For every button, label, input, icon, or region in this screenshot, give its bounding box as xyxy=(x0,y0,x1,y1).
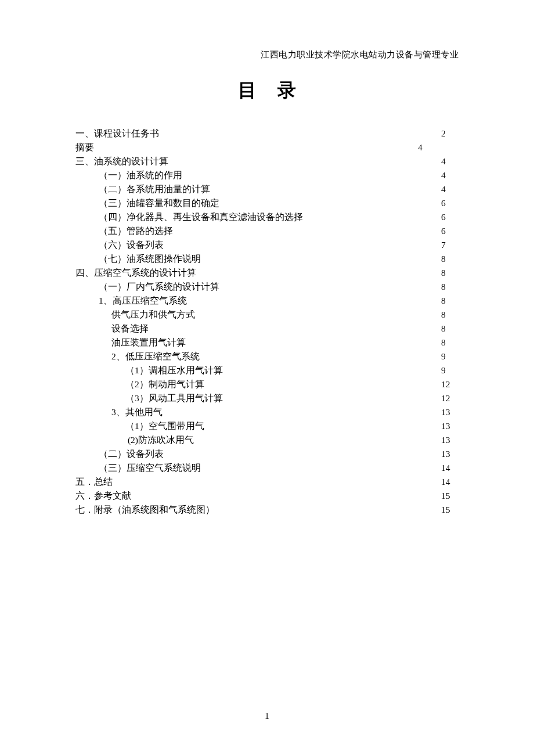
institution-header: 江西电力职业技术学院水电站动力设备与管理专业 xyxy=(75,49,459,60)
toc-entry-label: （一）厂内气系统的设计计算 xyxy=(75,280,219,294)
toc-entry: （1）空气围带用气13 xyxy=(75,419,459,433)
toc-entry: 1、高压压缩空气系统8 xyxy=(75,294,459,308)
toc-entry: 三、油系统的设计计算4 xyxy=(75,154,459,168)
toc-entry-label: 2、低压压缩空气系统 xyxy=(75,350,200,363)
toc-entry-page: 13 xyxy=(441,419,459,433)
toc-entry: (2)防冻吹冰用气13 xyxy=(75,433,459,447)
toc-entry-label: （七）油系统图操作说明 xyxy=(75,252,201,266)
toc-entry-page: 8 xyxy=(441,280,459,294)
table-of-contents: 一、课程设计任务书2摘要4三、油系统的设计计算4（一）油系统的作用4（二）各系统… xyxy=(75,127,459,517)
toc-entry-page: 13 xyxy=(441,447,459,461)
toc-entry-page: 8 xyxy=(441,266,459,280)
toc-entry-page: 8 xyxy=(441,294,459,308)
toc-entry-page: 4 xyxy=(418,141,435,154)
toc-entry: 六．参考文献15 xyxy=(75,489,459,503)
page-number: 1 xyxy=(0,711,534,721)
title-char: 目 xyxy=(238,78,257,103)
toc-entry-page: 4 xyxy=(441,168,459,182)
toc-entry: 五．总结14 xyxy=(75,475,459,489)
toc-entry-page: 9 xyxy=(441,350,459,363)
toc-entry: （一）厂内气系统的设计计算8 xyxy=(75,280,459,294)
toc-entry-page: 12 xyxy=(441,391,459,405)
toc-entry-page: 8 xyxy=(441,308,459,322)
toc-entry-label: （三）油罐容量和数目的确定 xyxy=(75,196,219,210)
toc-entry: （1）调相压水用气计算9 xyxy=(75,363,459,377)
toc-entry-label: 供气压力和供气方式 xyxy=(75,308,195,322)
toc-entry-label: （五）管路的选择 xyxy=(75,224,173,238)
toc-entry: （七）油系统图操作说明8 xyxy=(75,252,459,266)
toc-entry: （3）风动工具用气计算12 xyxy=(75,391,459,405)
toc-entry-page: 8 xyxy=(441,322,459,336)
toc-entry: 一、课程设计任务书2 xyxy=(75,127,459,141)
toc-entry-page: 13 xyxy=(441,433,459,447)
toc-entry-label: （3）风动工具用气计算 xyxy=(75,391,223,405)
toc-entry-page: 7 xyxy=(441,238,459,252)
toc-entry-label: 1、高压压缩空气系统 xyxy=(75,294,187,308)
toc-entry-page: 8 xyxy=(441,252,459,266)
toc-entry: （三）压缩空气系统说明14 xyxy=(75,461,459,475)
toc-entry-label: （1）空气围带用气 xyxy=(75,419,204,433)
toc-entry-page: 14 xyxy=(441,461,459,475)
toc-entry: （二）设备列表13 xyxy=(75,447,459,461)
toc-entry-label: 油压装置用气计算 xyxy=(75,336,186,350)
toc-entry: （三）油罐容量和数目的确定6 xyxy=(75,196,459,210)
toc-entry-label: 三、油系统的设计计算 xyxy=(75,154,168,168)
toc-entry-label: （六）设备列表 xyxy=(75,238,164,252)
toc-entry-page: 6 xyxy=(441,224,459,238)
toc-entry: （四）净化器具、再生设备和真空滤油设备的选择6 xyxy=(75,210,459,224)
toc-entry: （一）油系统的作用4 xyxy=(75,168,459,182)
toc-entry-label: (2)防冻吹冰用气 xyxy=(75,433,194,447)
toc-entry-label: 四、压缩空气系统的设计计算 xyxy=(75,266,196,280)
toc-entry: 2、低压压缩空气系统9 xyxy=(75,350,459,363)
toc-entry-label: 3、其他用气 xyxy=(75,405,163,419)
toc-entry: 供气压力和供气方式8 xyxy=(75,308,459,322)
toc-entry-page: 14 xyxy=(441,475,459,489)
toc-entry-page: 4 xyxy=(441,154,459,168)
toc-entry-page: 9 xyxy=(441,363,459,377)
toc-entry-page: 2 xyxy=(441,127,459,141)
toc-entry: （五）管路的选择6 xyxy=(75,224,459,238)
toc-entry-label: 七．附录（油系统图和气系统图） xyxy=(75,503,215,517)
toc-entry: （二）各系统用油量的计算4 xyxy=(75,182,459,196)
toc-entry: 油压装置用气计算8 xyxy=(75,336,459,350)
toc-entry-page: 15 xyxy=(441,489,459,503)
toc-entry: 七．附录（油系统图和气系统图）15 xyxy=(75,503,459,517)
toc-entry-label: （二）设备列表 xyxy=(75,447,164,461)
toc-entry-label: 一、课程设计任务书 xyxy=(75,127,159,141)
toc-entry-label: 摘要 xyxy=(75,141,94,154)
toc-entry: 设备选择8 xyxy=(75,322,459,336)
toc-entry-page: 15 xyxy=(441,503,459,517)
toc-entry: （2）制动用气计算12 xyxy=(75,377,459,391)
toc-entry-label: 设备选择 xyxy=(75,322,149,336)
toc-entry-page: 8 xyxy=(441,336,459,350)
toc-entry: 四、压缩空气系统的设计计算8 xyxy=(75,266,459,280)
toc-entry-page: 13 xyxy=(441,405,459,419)
title-char: 录 xyxy=(277,78,296,103)
toc-entry: 摘要4 xyxy=(75,141,459,154)
toc-entry: 3、其他用气13 xyxy=(75,405,459,419)
toc-entry-label: （1）调相压水用气计算 xyxy=(75,363,223,377)
toc-entry-page: 6 xyxy=(441,196,459,210)
toc-entry-label: （三）压缩空气系统说明 xyxy=(75,461,201,475)
document-page: 江西电力职业技术学院水电站动力设备与管理专业 目 录 一、课程设计任务书2摘要4… xyxy=(0,0,534,517)
toc-entry-label: （二）各系统用油量的计算 xyxy=(75,182,210,196)
toc-entry-label: 五．总结 xyxy=(75,475,113,489)
toc-entry-label: 六．参考文献 xyxy=(75,489,131,503)
toc-entry-label: （一）油系统的作用 xyxy=(75,168,182,182)
toc-entry-page: 4 xyxy=(441,182,459,196)
toc-entry-page: 6 xyxy=(441,210,459,224)
toc-title: 目 录 xyxy=(75,78,459,103)
toc-entry-page: 12 xyxy=(441,377,459,391)
toc-entry: （六）设备列表7 xyxy=(75,238,459,252)
toc-entry-label: （四）净化器具、再生设备和真空滤油设备的选择 xyxy=(75,210,303,224)
toc-entry-label: （2）制动用气计算 xyxy=(75,377,204,391)
